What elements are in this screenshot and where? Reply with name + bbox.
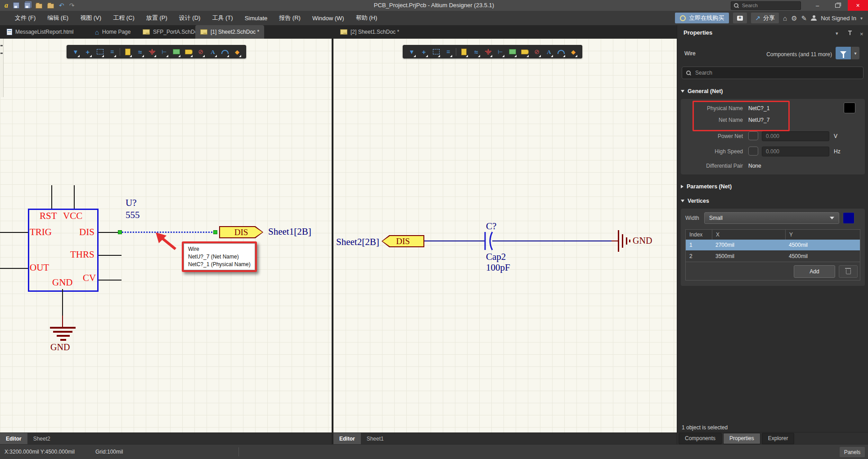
filter-icon[interactable]: ▼ [407,46,416,58]
wire-color-swatch[interactable] [843,212,855,224]
menu-tools[interactable]: 工具 (T) [206,11,238,25]
cross-probe-icon[interactable]: + [419,46,428,58]
place-text-icon[interactable]: A [544,46,553,58]
high-speed-checkbox[interactable] [748,147,758,156]
sheet1-editor-pane[interactable]: ▼ + ≡ ≈ ⊢ ⊘ A ◆ Sheet2[2B] DIS C? Cap2 [333,39,677,444]
menu-window[interactable]: Window (W) [306,11,350,25]
port-dis[interactable]: DIS [382,235,424,247]
pin-cv-stub[interactable] [99,280,121,281]
filter-icon[interactable]: ▼ [71,46,80,58]
doc-tab-sheet2-active[interactable]: [1] Sheet2.SchDoc * [195,25,264,39]
power-net-checkbox[interactable] [748,131,758,140]
menu-reports[interactable]: 报告 (R) [273,11,306,25]
general-section-header[interactable]: General (Net) [681,88,723,94]
sign-in-label[interactable]: Not Signed In [821,15,856,22]
place-junction-icon[interactable]: ◆ [233,46,242,58]
menu-project[interactable]: 工程 (C) [107,11,140,25]
tab-components[interactable]: Components [679,433,722,444]
menu-help[interactable]: 帮助 (H) [350,11,383,25]
width-dropdown[interactable]: Small [704,212,839,224]
place-tag-icon[interactable] [184,46,193,58]
tab-editor[interactable]: Editor [0,433,27,444]
place-wire-icon[interactable]: ≈ [135,46,144,58]
place-sheet-symbol-icon[interactable] [508,46,517,58]
pin-out-wire[interactable] [0,268,28,269]
menu-design[interactable]: 设计 (D) [173,11,207,25]
sheet2-editor-pane[interactable]: ▼ + ≡ ≈ ⊢ ⊘ A ◆ RST VCC TRIG DIS THRS [0,39,332,444]
place-arc-icon[interactable] [220,46,229,58]
filter-dropdown-button[interactable]: ▾ [851,47,859,59]
save-icon[interactable] [13,2,19,9]
pen-icon[interactable]: ✎ [801,15,807,22]
panels-button[interactable]: Panels [840,447,865,457]
cross-probe-icon[interactable]: + [83,46,92,58]
properties-search-box[interactable] [682,67,864,79]
minimize-button[interactable]: – [807,0,828,11]
align-icon[interactable]: ≡ [108,46,117,58]
pin-trig-wire[interactable] [0,232,28,233]
gear-icon[interactable]: ⚙ [791,15,797,22]
properties-search-input[interactable] [694,69,859,76]
delete-vertex-button[interactable] [839,265,858,278]
buy-online-button[interactable]: 立即在线购买 [675,13,729,23]
pin-dis-stub[interactable] [99,232,120,233]
filter-button[interactable] [836,47,851,59]
parameters-section-header[interactable]: Parameters (Net) [681,183,732,190]
menu-place[interactable]: 放置 (P) [140,11,173,25]
table-row[interactable]: 2 3500mil 4500mil [686,250,860,262]
tab-sheet1[interactable]: Sheet1 [361,433,390,444]
menu-file[interactable]: 文件 (F) [9,11,41,25]
no-erc-icon[interactable]: ⊘ [196,46,205,58]
global-search-box[interactable] [731,1,801,10]
table-row-selected[interactable]: 1 2700mil 4500mil [686,240,860,250]
capacitor-designator[interactable]: C? [486,222,496,231]
add-vertex-button[interactable]: Add [794,265,835,278]
no-erc-icon[interactable]: ⊘ [532,46,541,58]
place-text-icon[interactable]: A [208,46,217,58]
panel-pin-icon[interactable] [848,31,852,35]
place-ground-icon[interactable] [484,46,493,58]
capacitor-comment[interactable]: Cap2 [486,252,506,262]
pin-rst-wire[interactable] [51,185,52,209]
place-arc-icon[interactable] [557,46,566,58]
component-comment[interactable]: 555 [126,210,140,220]
net-color-swatch[interactable] [844,102,855,113]
share-button[interactable]: ↗ 分享 [751,13,779,23]
panel-close-icon[interactable]: × [860,31,864,37]
rect-select-icon[interactable] [432,46,441,58]
menu-view[interactable]: 视图 (V) [74,11,107,25]
place-ground-icon[interactable] [148,46,157,58]
tab-editor[interactable]: Editor [333,433,361,444]
redo-icon[interactable]: ↷ [69,2,75,9]
pin-vcc-wire[interactable] [74,185,75,209]
gnd-pin-wire[interactable] [62,289,63,316]
open-icon[interactable] [36,4,42,9]
place-sheet-symbol-icon[interactable] [172,46,181,58]
power-net-input[interactable] [762,131,829,141]
pin-thrs-stub[interactable] [99,255,121,256]
place-wire-icon[interactable]: ≈ [472,46,481,58]
menu-simulate[interactable]: Simulate [239,11,274,25]
place-stimulus-icon[interactable]: ⊢ [496,46,505,58]
wire-port-to-cap[interactable] [424,241,485,241]
align-icon[interactable]: ≡ [444,46,453,58]
close-button[interactable]: × [848,0,868,11]
doc-tab-home-page[interactable]: ⌂ Home Page [90,25,135,39]
port-dis[interactable]: DIS [219,226,263,238]
vertices-section-header[interactable]: Vertices [681,198,709,204]
tab-explorer[interactable]: Explorer [762,433,795,444]
comment-button[interactable] [733,13,747,23]
search-input[interactable] [741,2,798,9]
save-all-icon[interactable] [24,2,31,9]
open-project-icon[interactable] [47,4,54,9]
restore-button[interactable] [828,0,848,11]
tab-sheet2[interactable]: Sheet2 [27,433,56,444]
place-stimulus-icon[interactable]: ⊢ [160,46,169,58]
home-icon[interactable]: ⌂ [783,15,787,22]
component-designator[interactable]: U? [126,198,137,208]
place-part-icon[interactable] [459,46,468,58]
rect-select-icon[interactable] [95,46,104,58]
wire-vertex-2[interactable] [213,230,217,234]
doc-tab-sheet1[interactable]: [2] Sheet1.SchDoc * [335,25,404,39]
place-part-icon[interactable] [123,46,132,58]
